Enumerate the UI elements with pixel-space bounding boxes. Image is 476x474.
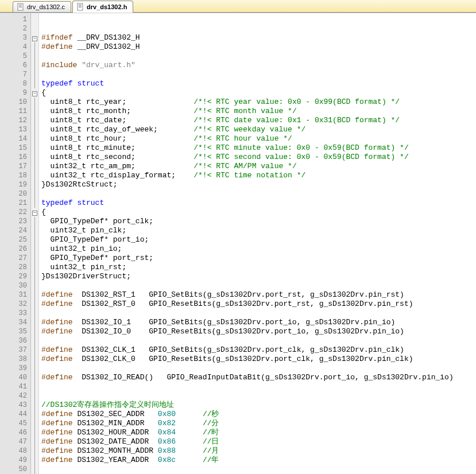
code-line[interactable] — [41, 364, 476, 373]
code-line[interactable]: #ifndef __DRV_DS1302_H — [41, 33, 476, 42]
fold-marker — [34, 272, 38, 281]
line-number: 30 — [0, 281, 27, 290]
code-line[interactable]: #define DS1302_RST_0 GPIO_ResetBits(g_sD… — [41, 300, 476, 309]
fold-marker — [34, 446, 38, 456]
line-number: 24 — [0, 226, 27, 235]
tab-label: drv_ds1302.h — [87, 3, 127, 10]
code-line[interactable]: uint8_t rtc_minute; /*!< RTC minute valu… — [41, 143, 476, 153]
tab-bar: drv_ds1302.c drv_ds1302.h — [0, 0, 476, 13]
code-line[interactable]: GPIO_TypeDef* port_rst; — [41, 254, 476, 263]
line-number: 12 — [0, 116, 27, 125]
fold-marker — [34, 180, 38, 189]
code-line[interactable]: uint8_t rtc_second; /*!< RTC second valu… — [41, 153, 476, 162]
code-line[interactable]: #define DS1302_CLK_1 GPIO_SetBits(g_sDs1… — [41, 345, 476, 355]
code-line[interactable]: #define DS1302_MIN_ADDR 0x82 //分 — [41, 419, 476, 428]
code-line[interactable]: uint8_t rtc_hour; /*!< RTC hour value */ — [41, 134, 476, 143]
code-line[interactable]: GPIO_TypeDef* port_clk; — [41, 217, 476, 226]
code-line[interactable]: uint32_t rtc_display_format; /*!< RTC ti… — [41, 171, 476, 180]
code-line[interactable] — [41, 189, 476, 199]
fold-marker — [34, 327, 38, 336]
code-line[interactable]: uint8_t rtc_month; /*!< RTC month value … — [41, 107, 476, 116]
tab-file-c[interactable]: drv_ds1302.c — [13, 1, 71, 12]
code-line[interactable]: { — [41, 88, 476, 98]
code-line[interactable]: #define DS1302_SEC_ADDR 0x80 //秒 — [41, 410, 476, 419]
fold-marker — [34, 107, 38, 116]
code-line[interactable]: uint32_t pin_io; — [41, 244, 476, 254]
code-line[interactable] — [41, 465, 476, 474]
fold-marker[interactable]: − — [31, 33, 38, 42]
code-line[interactable] — [41, 391, 476, 401]
code-line[interactable]: #define DS1302_IO_0 GPIO_ResetBits(g_sDs… — [41, 327, 476, 336]
code-line[interactable]: uint32_t rtc_am_pm; /*!< RTC AM/PM value… — [41, 162, 476, 171]
fold-marker — [34, 437, 38, 446]
line-number: 17 — [0, 162, 27, 171]
code-line[interactable] — [41, 382, 476, 391]
line-number: 7 — [0, 70, 27, 79]
code-line[interactable]: GPIO_TypeDef* port_io; — [41, 235, 476, 244]
code-line[interactable] — [41, 309, 476, 318]
fold-marker — [34, 125, 38, 134]
code-line[interactable]: #define DS1302_IO_1 GPIO_SetBits(g_sDs13… — [41, 318, 476, 327]
svg-rect-3 — [19, 7, 22, 7]
code-line[interactable] — [41, 336, 476, 345]
code-line[interactable] — [41, 15, 476, 24]
fold-marker[interactable]: − — [31, 88, 38, 98]
line-number: 25 — [0, 235, 27, 244]
line-number: 29 — [0, 272, 27, 281]
code-line[interactable]: { — [41, 208, 476, 217]
code-line[interactable]: typedef struct — [41, 79, 476, 88]
svg-rect-2 — [19, 6, 22, 6]
code-line[interactable]: }Ds1302DriverStruct; — [41, 272, 476, 281]
tab-file-h[interactable]: drv_ds1302.h — [72, 1, 133, 13]
tab-label: drv_ds1302.c — [27, 3, 65, 10]
line-number: 13 — [0, 125, 27, 134]
svg-rect-7 — [79, 7, 82, 7]
code-line[interactable] — [41, 70, 476, 79]
code-line[interactable] — [41, 281, 476, 290]
line-number: 21 — [0, 199, 27, 208]
code-line[interactable]: #define DS1302_CLK_0 GPIO_ResetBits(g_sD… — [41, 355, 476, 364]
code-line[interactable]: uint8_t rtc_date; /*!< RTC date value: 0… — [41, 116, 476, 125]
fold-marker[interactable]: − — [31, 208, 38, 217]
fold-marker — [34, 199, 38, 208]
code-line[interactable]: #define DS1302_DATE_ADDR 0x86 //日 — [41, 437, 476, 446]
fold-marker — [34, 235, 38, 244]
code-area[interactable]: #ifndef __DRV_DS1302_H#define __DRV_DS13… — [39, 13, 476, 474]
line-number: 45 — [0, 419, 27, 428]
line-number: 26 — [0, 244, 27, 254]
line-number: 46 — [0, 428, 27, 437]
line-number: 9 — [0, 88, 27, 98]
code-line[interactable]: uint32_t pin_rst; — [41, 263, 476, 272]
fold-column[interactable]: −−− — [31, 13, 39, 474]
code-editor[interactable]: 1234567891011121314151617181920212223242… — [0, 13, 476, 474]
line-number: 16 — [0, 153, 27, 162]
code-line[interactable]: #define DS1302_HOUR_ADDR 0x84 //时 — [41, 428, 476, 437]
line-number: 22 — [0, 208, 27, 217]
fold-marker — [34, 162, 38, 171]
code-line[interactable]: #define DS1302_YEAR_ADDR 0x8c //年 — [41, 456, 476, 465]
code-line[interactable]: //DS1302寄存器操作指令定义时间地址 — [41, 401, 476, 410]
code-line[interactable]: #define __DRV_DS1302_H — [41, 42, 476, 52]
line-number: 20 — [0, 189, 27, 199]
code-line[interactable]: }Ds1302RtcStruct; — [41, 180, 476, 189]
fold-marker — [34, 263, 38, 272]
line-number: 48 — [0, 446, 27, 456]
code-line[interactable]: uint8_t rtc_year; /*!< RTC year value: 0… — [41, 98, 476, 107]
code-line[interactable]: uint32_t pin_clk; — [41, 226, 476, 235]
code-line[interactable]: #define DS1302_MONTH_ADDR 0x88 //月 — [41, 446, 476, 456]
line-number-gutter: 1234567891011121314151617181920212223242… — [0, 13, 31, 474]
code-line[interactable] — [41, 24, 476, 33]
code-line[interactable]: typedef struct — [41, 199, 476, 208]
fold-marker — [34, 70, 38, 79]
code-line[interactable]: #include "drv_uart.h" — [41, 61, 476, 70]
fold-marker — [34, 189, 38, 199]
fold-marker — [34, 300, 38, 309]
code-line[interactable]: uint8_t rtc_day_of_week; /*!< RTC weekda… — [41, 125, 476, 134]
code-line[interactable] — [41, 52, 476, 61]
code-line[interactable]: #define DS1302_RST_1 GPIO_SetBits(g_sDs1… — [41, 290, 476, 300]
line-number: 23 — [0, 217, 27, 226]
code-line[interactable]: #define DS1302_IO_READ() GPIO_ReadInputD… — [41, 373, 476, 382]
fold-marker — [34, 281, 38, 290]
fold-marker — [34, 401, 38, 410]
line-number: 36 — [0, 336, 27, 345]
